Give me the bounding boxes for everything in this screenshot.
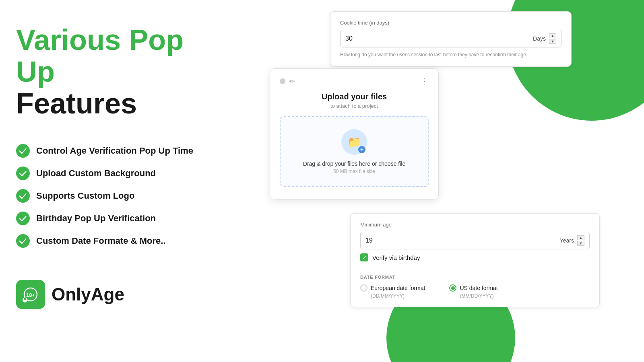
dropzone-hint: 50 MB max file size [289, 169, 420, 174]
dropzone-text: Drag & drop your files here or choose fi… [289, 160, 420, 167]
list-item: Birthday Pop Up Verification [16, 212, 225, 225]
ui-cards-area: Cookie time (in days) 30 Days ▲ ▼ How lo… [250, 0, 644, 362]
list-item: Control Age Verification Pop Up Time [16, 144, 225, 158]
date-format-options: European date format (DD/MM/YYYY) US dat… [360, 284, 590, 299]
cookie-time-card: Cookie time (in days) 30 Days ▲ ▼ How lo… [330, 11, 572, 67]
svg-point-4 [16, 234, 30, 248]
cookie-input-row: 30 Days ▲ ▼ [340, 30, 561, 47]
age-input-row: 19 Years ▲ ▼ [360, 232, 590, 249]
feature-text-4: Birthday Pop Up Verification [36, 213, 156, 224]
check-circle-icon [16, 144, 30, 158]
verify-birthday-label: Verify via birthday [372, 254, 420, 261]
list-item: Supports Custom Logo [16, 189, 225, 203]
us-format-hint: (MM/DD/YYYY) [460, 293, 497, 299]
cookie-unit: Days [533, 35, 546, 42]
date-format-title: DATE FORMAT [360, 275, 590, 280]
logo-name: OnlyAge [52, 284, 124, 304]
more-options-icon[interactable]: ⋮ [421, 77, 429, 86]
age-spinner-up-button[interactable]: ▲ [577, 235, 584, 240]
list-item: Upload Custom Background [16, 167, 225, 180]
folder-plus-icon: + [358, 146, 365, 153]
check-circle-icon [16, 167, 30, 180]
onlyage-logo-icon: 18+ [22, 286, 39, 303]
european-radio-button[interactable] [360, 284, 367, 292]
feature-list: Control Age Verification Pop Up Time Upl… [16, 144, 225, 248]
upload-subtitle: to attach to a project [280, 103, 429, 109]
age-card-label: Minimum age [360, 222, 590, 228]
logo-area: 18+ OnlyAge [16, 280, 225, 309]
radio-inner-dot [451, 286, 455, 290]
age-unit: Years [560, 237, 574, 244]
upload-dropzone[interactable]: 📁 + Drag & drop your files here or choos… [280, 116, 429, 187]
svg-text:18+: 18+ [26, 292, 35, 298]
us-radio-button[interactable] [449, 284, 456, 292]
pencil-icon[interactable]: ✏ [289, 78, 295, 85]
verify-birthday-row: ✓ Verify via birthday [360, 253, 590, 261]
folder-icon-wrap: 📁 + [289, 129, 420, 155]
spinner-down-button[interactable]: ▼ [549, 39, 556, 44]
left-panel: Various Pop Up Features Control Age Veri… [16, 24, 225, 309]
european-radio-label: European date format [371, 285, 425, 291]
check-circle-icon [16, 212, 30, 225]
check-circle-icon [16, 234, 30, 248]
svg-point-0 [16, 144, 30, 158]
spinner-up-button[interactable]: ▲ [549, 33, 556, 38]
svg-point-3 [16, 212, 30, 225]
svg-point-2 [16, 189, 30, 203]
hero-title-green: Various Pop Up [16, 24, 225, 88]
svg-point-8 [24, 298, 26, 300]
check-circle-icon [16, 189, 30, 203]
age-spinner[interactable]: ▲ ▼ [577, 235, 584, 246]
us-radio-label: US date format [460, 285, 497, 291]
upload-card-header: ✏ ⋮ [280, 77, 429, 86]
upload-card: ✏ ⋮ Upload your files to attach to a pro… [270, 68, 439, 200]
verify-birthday-checkbox[interactable]: ✓ [360, 253, 368, 261]
cookie-card-label: Cookie time (in days) [340, 20, 561, 26]
feature-text-5: Custom Date Formate & More.. [36, 236, 166, 246]
svg-point-1 [16, 167, 30, 180]
us-radio-row: US date format [449, 284, 497, 292]
cookie-spinner[interactable]: ▲ ▼ [549, 33, 556, 44]
age-value: 19 [365, 237, 560, 244]
folder-icon-bg: 📁 + [341, 129, 367, 155]
list-item: Custom Date Formate & More.. [16, 234, 225, 248]
window-control-dot [280, 78, 285, 84]
cookie-value: 30 [345, 35, 533, 42]
upload-title: Upload your files [280, 92, 429, 101]
feature-text-3: Supports Custom Logo [36, 191, 134, 201]
checkmark-icon: ✓ [362, 255, 367, 261]
age-spinner-down-button[interactable]: ▼ [577, 241, 584, 246]
age-card: Minimum age 19 Years ▲ ▼ ✓ Verify via bi… [350, 213, 600, 307]
upload-controls: ✏ [280, 78, 295, 85]
hero-title-black: Features [16, 88, 225, 119]
cookie-hint: How long do you want the user's session … [340, 51, 561, 58]
logo-box: 18+ [16, 280, 45, 309]
european-format-hint: (DD/MM/YYYY) [371, 293, 425, 299]
feature-text-2: Upload Custom Background [36, 168, 156, 179]
feature-text-1: Control Age Verification Pop Up Time [36, 146, 193, 156]
european-date-option: European date format (DD/MM/YYYY) [360, 284, 425, 299]
european-radio-row: European date format [360, 284, 425, 292]
date-format-section: DATE FORMAT European date format (DD/MM/… [360, 269, 590, 299]
us-date-option: US date format (MM/DD/YYYY) [449, 284, 497, 299]
